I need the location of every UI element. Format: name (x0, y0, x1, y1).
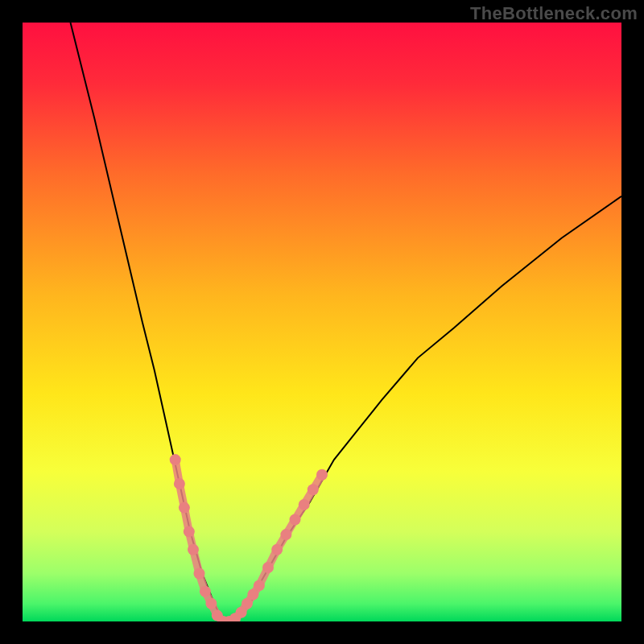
highlight-dot (179, 502, 190, 514)
highlight-dot (254, 580, 265, 591)
highlight-dot (174, 478, 185, 489)
gradient-background (23, 23, 621, 621)
highlight-dot (262, 562, 274, 573)
highlight-dot (170, 454, 181, 465)
highlight-dot (316, 469, 328, 481)
highlight-dot (188, 544, 199, 555)
highlight-dot (205, 598, 217, 609)
highlight-dot (200, 586, 211, 597)
watermark-text: TheBottleneck.com (470, 3, 638, 24)
chart-frame (23, 23, 621, 621)
highlight-dot (308, 484, 319, 495)
highlight-dot (299, 499, 310, 510)
highlight-dot (194, 568, 205, 580)
highlight-dot (271, 544, 283, 555)
highlight-dot (184, 526, 195, 537)
chart-svg (23, 23, 621, 621)
highlight-dot (290, 514, 301, 526)
highlight-dot (280, 529, 291, 540)
